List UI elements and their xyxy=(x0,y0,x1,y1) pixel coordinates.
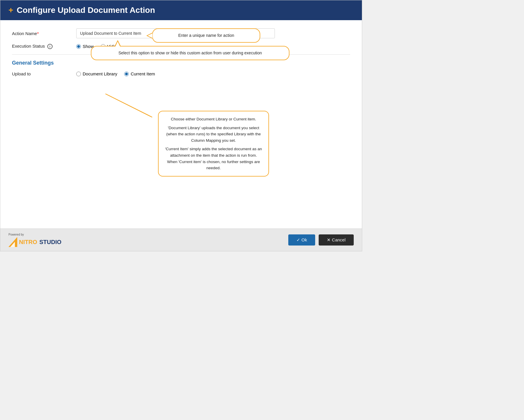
dialog-footer: Powered by NITRO STUDIO ✓ Ok ✕ Cancel xyxy=(0,229,362,251)
action-name-tooltip: Enter a unique name for action xyxy=(152,28,260,43)
document-library-option[interactable]: Document Library xyxy=(76,71,117,76)
upload-tooltip-arrow xyxy=(105,94,152,117)
nitro-brand: NITRO STUDIO xyxy=(19,239,61,246)
upload-to-row: Upload to Document Library Current Item xyxy=(12,71,350,76)
upload-to-tooltip: Choose either Document Library or Curren… xyxy=(158,111,269,177)
ok-button[interactable]: ✓ Ok xyxy=(288,234,315,246)
current-item-radio[interactable] xyxy=(124,72,129,76)
upload-to-label: Upload to xyxy=(12,71,76,76)
current-item-option[interactable]: Current Item xyxy=(124,71,155,76)
cancel-button[interactable]: ✕ Cancel xyxy=(319,234,354,246)
plus-icon: + xyxy=(8,6,13,15)
dialog-title: Configure Upload Document Action xyxy=(17,6,155,15)
general-settings-title: General Settings xyxy=(12,60,350,66)
configure-dialog: + Configure Upload Document Action Actio… xyxy=(0,0,362,251)
show-option[interactable]: Show xyxy=(76,44,94,49)
document-library-radio[interactable] xyxy=(76,72,81,76)
svg-line-0 xyxy=(105,94,152,117)
footer-buttons: ✓ Ok ✕ Cancel xyxy=(288,234,354,246)
execution-status-label: Execution Status i xyxy=(12,44,76,49)
footer-logo: Powered by NITRO STUDIO xyxy=(8,233,61,247)
powered-by-text: Powered by xyxy=(8,233,24,236)
dialog-body: Action Name* Enter a unique name for act… xyxy=(0,20,362,229)
show-radio[interactable] xyxy=(76,44,81,49)
required-indicator: * xyxy=(37,31,39,36)
action-name-label: Action Name* xyxy=(12,31,76,36)
dialog-header: + Configure Upload Document Action xyxy=(0,0,362,20)
info-icon[interactable]: i xyxy=(47,44,53,49)
nitro-logo-icon xyxy=(8,237,17,247)
upload-to-radio-group: Document Library Current Item xyxy=(76,71,155,76)
execution-status-tooltip: Select this option to show or hide this … xyxy=(91,46,289,60)
